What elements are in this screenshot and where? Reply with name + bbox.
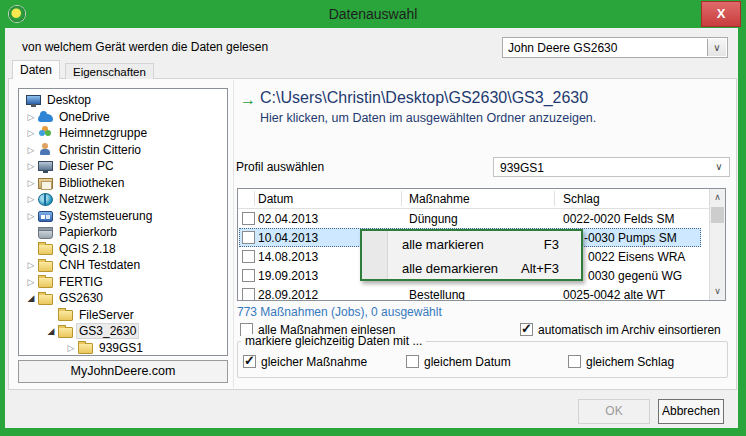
table-row[interactable]: 28.09.2012 Bestellung 0025-0042 alte WT bbox=[238, 285, 710, 301]
tree-item-cnh-testdaten[interactable]: CNH Testdaten bbox=[19, 257, 227, 274]
column-header-massnahme[interactable]: Maßnahme bbox=[409, 192, 470, 206]
scrollbar-thumb[interactable] bbox=[711, 207, 724, 223]
tree-item-label: Netzwerk bbox=[57, 192, 111, 206]
expand-arrow-icon[interactable] bbox=[24, 211, 38, 221]
tree-item-dieser-pc[interactable]: Dieser PC bbox=[19, 158, 227, 175]
cell-massnahme: Bestellung bbox=[409, 288, 465, 301]
desktop-icon bbox=[26, 95, 41, 105]
selected-folder-path[interactable]: C:\Users\Christin\Desktop\GS2630\GS3_263… bbox=[260, 89, 588, 107]
profile-select[interactable]: 939GS1 bbox=[493, 157, 730, 177]
tab-daten[interactable]: Daten bbox=[12, 60, 60, 79]
option-same-massnahme[interactable]: gleicher Maßnahme bbox=[243, 355, 367, 369]
column-separator bbox=[254, 191, 255, 206]
expand-arrow-icon[interactable] bbox=[24, 260, 38, 270]
chevron-down-icon[interactable] bbox=[707, 39, 726, 56]
tree-item-label: GS3_2630 bbox=[77, 324, 138, 338]
title-bar[interactable]: Datenauswahl bbox=[0, 0, 746, 28]
tree-item-gs3-2630[interactable]: GS3_2630 bbox=[19, 323, 227, 340]
profile-label: Profil auswählen bbox=[236, 160, 324, 174]
tree-item-label: 939GS1 bbox=[97, 341, 145, 355]
row-checkbox[interactable] bbox=[242, 212, 255, 225]
folder-icon bbox=[38, 277, 53, 288]
menu-item-label: alle markieren bbox=[402, 237, 484, 252]
menu-item-select-all[interactable]: alle markieren F3 bbox=[362, 233, 581, 257]
panel-divider bbox=[233, 80, 234, 388]
column-header-datum[interactable]: Datum bbox=[258, 192, 293, 206]
checkbox[interactable] bbox=[568, 355, 581, 368]
checkbox-checked[interactable] bbox=[243, 355, 256, 368]
row-checkbox[interactable] bbox=[242, 231, 255, 244]
cancel-button[interactable]: Abbrechen bbox=[658, 399, 724, 424]
dialog-window: Datenauswahl von welchem Gerät werden di… bbox=[0, 0, 746, 436]
expand-arrow-icon[interactable] bbox=[64, 343, 78, 353]
checkbox-checked[interactable] bbox=[520, 323, 533, 336]
scroll-up-icon[interactable] bbox=[710, 189, 725, 206]
tree-item-heimnetzgruppe[interactable]: Heimnetzgruppe bbox=[19, 125, 227, 142]
option-auto-archive[interactable]: automatisch im Archiv einsortieren bbox=[520, 323, 721, 337]
tree-item-christin-citterio[interactable]: Christin Citterio bbox=[19, 142, 227, 159]
device-question-label: von welchem Gerät werden die Daten geles… bbox=[22, 40, 268, 54]
cell-datum: 14.08.2013 bbox=[258, 250, 318, 264]
folder-icon bbox=[38, 244, 53, 255]
column-separator bbox=[554, 191, 555, 206]
tree-item-fertig[interactable]: FERTIG bbox=[19, 274, 227, 291]
tree-item-gs2630[interactable]: GS2630 bbox=[19, 290, 227, 307]
tree-item-qgis[interactable]: QGIS 2.18 bbox=[19, 241, 227, 258]
folder-tree[interactable]: Desktop OneDrive Heimnetzgruppe Christin… bbox=[18, 88, 228, 356]
cell-datum: 02.04.2013 bbox=[258, 212, 318, 226]
close-button[interactable] bbox=[701, 1, 741, 27]
table-row[interactable]: 02.04.2013 Düngung 0022-0020 Felds SM bbox=[238, 209, 710, 228]
tab-eigenschaften[interactable]: Eigenschaften bbox=[65, 63, 154, 79]
window-title: Datenauswahl bbox=[0, 6, 746, 22]
scroll-down-icon[interactable] bbox=[710, 283, 725, 300]
row-checkbox[interactable] bbox=[242, 250, 255, 263]
homegroup-icon bbox=[38, 127, 53, 140]
chevron-down-icon[interactable] bbox=[711, 158, 727, 176]
tree-item-netzwerk[interactable]: Netzwerk bbox=[19, 191, 227, 208]
device-select[interactable]: John Deere GS2630 bbox=[502, 37, 728, 58]
network-globe-icon bbox=[38, 193, 53, 206]
cell-datum: 10.04.2013 bbox=[258, 231, 318, 245]
expand-arrow-icon[interactable] bbox=[24, 178, 38, 188]
tree-item-onedrive[interactable]: OneDrive bbox=[19, 109, 227, 126]
onedrive-cloud-icon bbox=[38, 114, 53, 122]
jobs-status-text: 773 Maßnahmen (Jobs), 0 ausgewählt bbox=[237, 305, 442, 319]
expand-arrow-icon[interactable] bbox=[24, 145, 38, 155]
column-header-schlag[interactable]: Schlag bbox=[563, 192, 600, 206]
device-select-value: John Deere GS2630 bbox=[508, 41, 617, 55]
row-checkbox[interactable] bbox=[242, 288, 255, 301]
collapse-arrow-icon[interactable] bbox=[24, 293, 38, 303]
tree-item-label: Bibliotheken bbox=[57, 176, 126, 190]
collapse-arrow-icon[interactable] bbox=[44, 326, 58, 336]
tree-item-939gs1[interactable]: 939GS1 bbox=[19, 340, 227, 357]
expand-arrow-icon[interactable] bbox=[24, 112, 38, 122]
tree-item-label: Dieser PC bbox=[57, 159, 116, 173]
myjohndeere-button[interactable]: MyJohnDeere.com bbox=[18, 360, 228, 383]
tree-item-systemsteuerung[interactable]: Systemsteuerung bbox=[19, 208, 227, 225]
tree-item-fileserver[interactable]: FileServer bbox=[19, 307, 227, 324]
option-same-datum[interactable]: gleichem Datum bbox=[406, 355, 511, 369]
row-checkbox[interactable] bbox=[242, 269, 255, 282]
tree-item-label: CNH Testdaten bbox=[57, 258, 142, 272]
expand-arrow-icon[interactable] bbox=[24, 277, 38, 287]
expand-arrow-icon[interactable] bbox=[24, 161, 38, 171]
tree-item-bibliotheken[interactable]: Bibliotheken bbox=[19, 175, 227, 192]
checkbox[interactable] bbox=[406, 355, 419, 368]
cell-schlag: 0022-0020 Felds SM bbox=[563, 212, 674, 226]
expand-arrow-icon[interactable] bbox=[24, 128, 38, 138]
option-same-schlag[interactable]: gleichem Schlag bbox=[568, 355, 674, 369]
checkbox-label: gleichem Datum bbox=[424, 355, 511, 369]
tree-item-papierkorb[interactable]: Papierkorb bbox=[19, 224, 227, 241]
ok-button[interactable]: OK bbox=[578, 399, 650, 424]
cell-schlag: 0025-0042 alte WT bbox=[563, 288, 665, 301]
folder-icon bbox=[58, 327, 73, 338]
profile-select-value: 939GS1 bbox=[500, 161, 544, 175]
tree-item-desktop[interactable]: Desktop bbox=[19, 92, 227, 109]
expand-arrow-icon[interactable] bbox=[24, 194, 38, 204]
menu-item-deselect-all[interactable]: alle demarkieren Alt+F3 bbox=[362, 257, 581, 281]
tree-item-label: Papierkorb bbox=[57, 225, 119, 239]
vertical-scrollbar[interactable] bbox=[709, 189, 725, 300]
user-icon bbox=[38, 143, 53, 156]
folder-hint-link[interactable]: Hier klicken, um Daten im ausgewählten O… bbox=[260, 111, 596, 125]
recycle-bin-icon bbox=[38, 228, 53, 239]
